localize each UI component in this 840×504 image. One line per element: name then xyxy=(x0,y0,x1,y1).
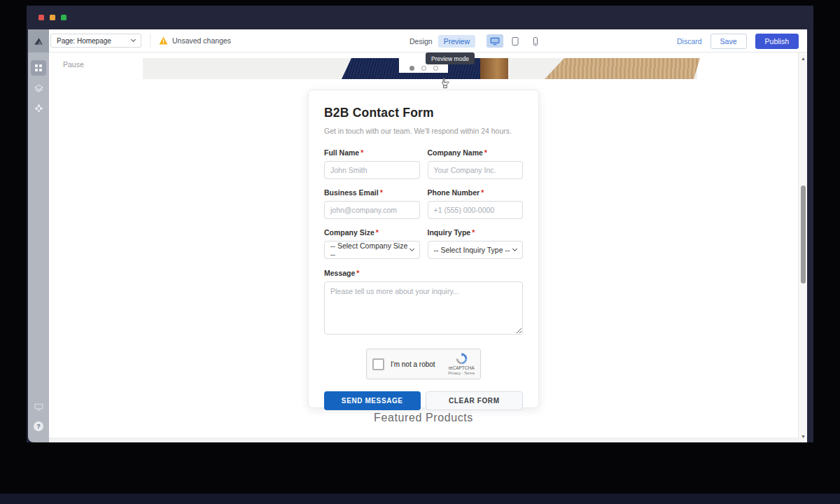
required-mark: * xyxy=(481,188,484,197)
mobile-device-button[interactable] xyxy=(527,34,544,48)
toolbar-divider xyxy=(150,34,150,48)
company-size-select[interactable]: -- Select Company Size -- xyxy=(324,241,420,259)
scrollbar-thumb[interactable] xyxy=(801,186,806,284)
required-mark: * xyxy=(380,188,383,197)
window-close-button[interactable] xyxy=(38,15,44,20)
page-selector-dropdown[interactable]: Page: Homepage xyxy=(50,34,141,48)
required-mark: * xyxy=(484,148,487,157)
carousel-dot-1[interactable] xyxy=(410,66,414,71)
preview-mode-button[interactable]: Preview xyxy=(438,35,475,48)
field-label: Message xyxy=(324,269,355,277)
canvas-bottom-edge xyxy=(49,438,798,442)
field-label: Company Name xyxy=(428,148,483,157)
carousel-dot-2[interactable] xyxy=(421,66,426,71)
sidebar-item-widgets[interactable] xyxy=(28,60,49,76)
theme-icon xyxy=(34,104,43,113)
message-textarea[interactable] xyxy=(324,281,523,335)
tablet-icon xyxy=(511,36,519,46)
field-company-name: Company Name* xyxy=(428,148,524,179)
recaptcha-label: I'm not a robot xyxy=(391,360,448,368)
sidebar-item-device-preview[interactable] xyxy=(28,403,49,411)
select-value: -- Select Inquiry Type -- xyxy=(434,246,510,254)
field-label: Business Email xyxy=(324,188,379,197)
sidebar-item-theme[interactable] xyxy=(28,104,49,113)
required-mark: * xyxy=(376,228,379,237)
help-icon: ? xyxy=(34,421,43,431)
field-label: Inquiry Type xyxy=(428,228,471,237)
field-label: Phone Number xyxy=(428,188,480,197)
recaptcha-privacy-terms-links[interactable]: Privacy - Terms xyxy=(448,371,475,375)
publish-button[interactable]: Publish xyxy=(755,34,799,49)
recaptcha-icon xyxy=(456,353,468,365)
desktop-icon xyxy=(490,37,500,46)
window-maximize-button[interactable] xyxy=(61,15,66,20)
sidebar-item-layers[interactable] xyxy=(28,84,49,93)
editor-toolbar: Page: Homepage Unsaved changes Design Pr… xyxy=(28,29,807,52)
required-mark: * xyxy=(472,228,475,237)
logo-icon xyxy=(34,37,43,46)
scrollbar-down-icon[interactable]: ▼ xyxy=(799,434,807,439)
send-message-button[interactable]: SEND MESSAGE xyxy=(324,391,421,410)
field-company-size: Company Size* -- Select Company Size -- xyxy=(324,228,420,259)
vertical-scrollbar[interactable]: ▲ ▼ xyxy=(798,52,807,442)
phone-number-input[interactable] xyxy=(428,201,524,219)
field-label: Full Name xyxy=(324,148,359,157)
full-name-input[interactable] xyxy=(324,161,420,179)
page-canvas: Pause B2B Contact Form Get in touch with… xyxy=(49,52,807,442)
window-minimize-button[interactable] xyxy=(50,15,55,20)
unsaved-changes-status: Unsaved changes xyxy=(159,36,231,45)
inquiry-type-select[interactable]: -- Select Inquiry Type -- xyxy=(428,241,524,259)
desktop-device-button[interactable] xyxy=(486,34,503,48)
recaptcha-brand: reCAPTCHA xyxy=(449,365,475,370)
design-mode-button[interactable]: Design xyxy=(410,37,433,46)
select-value: -- Select Company Size -- xyxy=(330,241,410,258)
sidebar-item-help[interactable]: ? xyxy=(28,421,49,431)
editor-sidebar: ? xyxy=(28,29,49,442)
field-phone-number: Phone Number* xyxy=(428,188,524,219)
chevron-down-icon xyxy=(131,37,136,42)
tablet-device-button[interactable] xyxy=(507,34,524,48)
hero-image-tan-fabric xyxy=(545,58,700,79)
mobile-icon xyxy=(532,36,539,46)
widgets-grid-icon xyxy=(35,64,42,71)
chevron-down-icon xyxy=(512,246,517,251)
field-full-name: Full Name* xyxy=(324,148,420,179)
clear-form-button[interactable]: CLEAR FORM xyxy=(426,391,524,410)
browser-window: Page: Homepage Unsaved changes Design Pr… xyxy=(27,6,813,442)
monitor-icon xyxy=(34,403,43,411)
recaptcha-widget: I'm not a robot reCAPTCHA Privacy - Term… xyxy=(366,349,481,379)
field-label: Company Size xyxy=(324,228,374,237)
form-subtitle: Get in touch with our team. We'll respon… xyxy=(324,127,523,135)
window-titlebar xyxy=(27,6,813,29)
hero-image-wood xyxy=(480,58,508,79)
page-selector-value: Page: Homepage xyxy=(57,37,111,45)
contact-form-card: B2B Contact Form Get in touch with our t… xyxy=(308,90,539,408)
unsaved-changes-label: Unsaved changes xyxy=(172,36,231,45)
recaptcha-checkbox[interactable] xyxy=(372,358,384,370)
carousel-pause-button[interactable]: Pause xyxy=(63,60,84,69)
required-mark: * xyxy=(360,148,363,157)
device-toggle-group xyxy=(486,34,544,48)
taskbar-strip xyxy=(0,493,840,504)
field-message: Message* xyxy=(324,269,523,337)
layers-icon xyxy=(34,84,43,93)
preview-mode-tooltip: Preview mode xyxy=(426,52,475,64)
form-title: B2B Contact Form xyxy=(324,106,523,120)
discard-button[interactable]: Discard xyxy=(677,37,702,46)
required-mark: * xyxy=(356,269,359,277)
carousel-dot-3[interactable] xyxy=(433,66,438,71)
save-button[interactable]: Save xyxy=(710,34,747,49)
app-logo[interactable] xyxy=(28,29,49,52)
scrollbar-up-icon[interactable]: ▲ xyxy=(799,56,807,61)
warning-icon xyxy=(159,36,168,45)
field-inquiry-type: Inquiry Type* -- Select Inquiry Type -- xyxy=(428,228,524,259)
business-email-input[interactable] xyxy=(324,201,420,219)
featured-products-heading: Featured Products xyxy=(308,412,539,424)
field-business-email: Business Email* xyxy=(324,188,420,219)
hero-carousel-bottom xyxy=(143,58,697,79)
company-name-input[interactable] xyxy=(428,161,524,179)
